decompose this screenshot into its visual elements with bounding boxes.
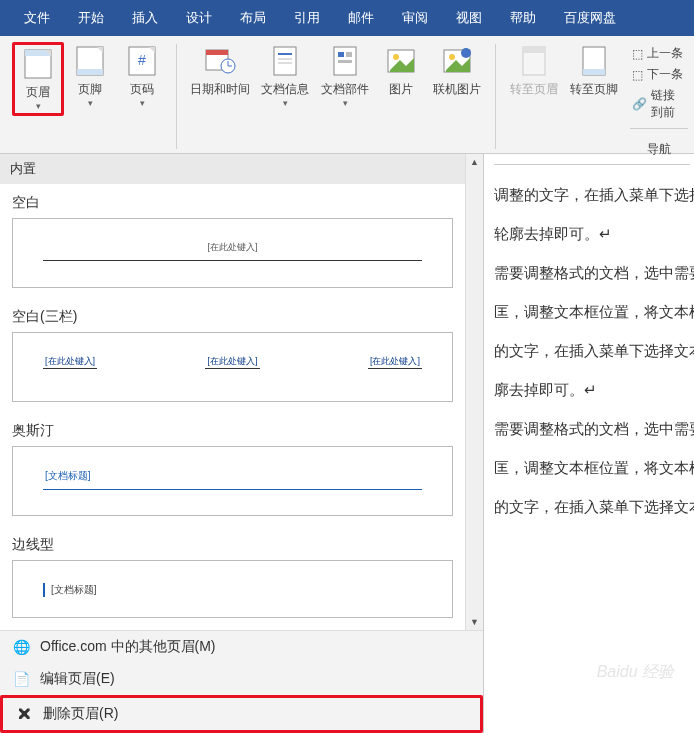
menu-mailings[interactable]: 邮件 (334, 0, 388, 36)
menubar: 文件 开始 插入 设计 布局 引用 邮件 审阅 视图 帮助 百度网盘 (0, 0, 694, 36)
svg-point-26 (449, 54, 455, 60)
chevron-down-icon: ▾ (88, 98, 93, 108)
pagenum-button[interactable]: # 页码 ▾ (116, 42, 168, 116)
style-name-edge: 边线型 (0, 526, 465, 556)
svg-rect-30 (523, 47, 545, 53)
doc-text: 调整的文字，在插入菜单下选择 (494, 175, 690, 214)
menu-design[interactable]: 设计 (172, 0, 226, 36)
edit-header-icon: 📄 (12, 670, 30, 688)
docinfo-icon (268, 44, 302, 78)
menu-review[interactable]: 审阅 (388, 0, 442, 36)
goto-footer-icon (577, 44, 611, 78)
ribbon: 页眉 ▾ 页脚 ▾ # 页码 ▾ 日期和时间 文档信息 (0, 36, 694, 154)
calendar-icon (203, 44, 237, 78)
chevron-down-icon: ▾ (36, 101, 41, 111)
scroll-down-icon[interactable]: ▼ (467, 614, 482, 630)
menu-baidu[interactable]: 百度网盘 (550, 0, 630, 36)
onlinepic-button[interactable]: 联机图片 (427, 42, 487, 110)
doc-text: 的文字，在插入菜单下选择文本 (494, 487, 690, 526)
link-icon: 🔗 (632, 97, 647, 111)
next-button[interactable]: ⬚下一条 (630, 65, 688, 84)
doc-text: 轮廓去掉即可。↵ (494, 214, 690, 253)
chevron-down-icon: ▾ (283, 98, 288, 108)
next-icon: ⬚ (632, 68, 643, 82)
docparts-icon (328, 44, 362, 78)
globe-icon: 🌐 (12, 638, 30, 656)
svg-rect-4 (77, 69, 103, 75)
menu-view[interactable]: 视图 (442, 0, 496, 36)
chevron-down-icon: ▾ (343, 98, 348, 108)
menu-insert[interactable]: 插入 (118, 0, 172, 36)
pagenum-icon: # (125, 44, 159, 78)
menu-help[interactable]: 帮助 (496, 0, 550, 36)
style-name-blank: 空白 (0, 184, 465, 214)
footer-icon (73, 44, 107, 78)
style-preview-edge[interactable]: [文档标题] (12, 560, 453, 618)
remove-header-icon: 🗙 (15, 705, 33, 723)
picture-button[interactable]: 图片 (375, 42, 427, 110)
svg-text:#: # (138, 52, 146, 68)
svg-rect-21 (338, 60, 352, 63)
svg-rect-32 (583, 69, 605, 75)
svg-rect-20 (346, 52, 352, 57)
menu-file[interactable]: 文件 (10, 0, 64, 36)
svg-rect-14 (274, 47, 296, 75)
menu-layout[interactable]: 布局 (226, 0, 280, 36)
onlinepic-icon (440, 44, 474, 78)
svg-rect-10 (206, 50, 228, 55)
goto-header-icon (517, 44, 551, 78)
doc-text: 需要调整格式的文档，选中需要 (494, 409, 690, 448)
doc-text: 匡，调整文本框位置，将文本框 (494, 292, 690, 331)
header-button[interactable]: 页眉 ▾ (12, 42, 64, 116)
gallery-section-builtin: 内置 (0, 154, 465, 184)
doc-text: 匡，调整文本框位置，将文本框 (494, 448, 690, 487)
menu-edit-header[interactable]: 📄 编辑页眉(E) (0, 663, 483, 695)
watermark: Baidu 经验 (597, 651, 674, 693)
goto-header-button: 转至页眉 (504, 42, 564, 98)
doc-text: 需要调整格式的文档，选中需要 (494, 253, 690, 292)
style-name-austin: 奥斯汀 (0, 412, 465, 442)
chevron-down-icon: ▾ (140, 98, 145, 108)
svg-point-23 (393, 54, 399, 60)
doc-text: 廓去掉即可。↵ (494, 370, 690, 409)
header-gallery-dropdown: 内置 空白 [在此处键入] 空白(三栏) [在此处键入] [在此处键入] [在此… (0, 154, 484, 733)
link-prev-button[interactable]: 🔗链接到前 (630, 86, 688, 122)
docparts-button[interactable]: 文档部件 ▾ (315, 42, 375, 110)
document-body: 调整的文字，在插入菜单下选择 轮廓去掉即可。↵ 需要调整格式的文档，选中需要 匡… (484, 154, 694, 733)
picture-icon (384, 44, 418, 78)
goto-footer-button[interactable]: 转至页脚 (564, 42, 624, 98)
header-icon (21, 47, 55, 81)
footer-button[interactable]: 页脚 ▾ (64, 42, 116, 116)
menu-references[interactable]: 引用 (280, 0, 334, 36)
svg-point-28 (461, 48, 471, 58)
menu-remove-header[interactable]: 🗙 删除页眉(R) (0, 695, 483, 733)
scroll-up-icon[interactable]: ▲ (467, 154, 482, 170)
prev-button[interactable]: ⬚上一条 (630, 44, 688, 63)
docinfo-button[interactable]: 文档信息 ▾ (255, 42, 315, 110)
style-preview-blank3[interactable]: [在此处键入] [在此处键入] [在此处键入] (12, 332, 453, 402)
datetime-button[interactable]: 日期和时间 (185, 42, 255, 110)
doc-text: 的文字，在插入菜单下选择文本 (494, 331, 690, 370)
style-name-blank3: 空白(三栏) (0, 298, 465, 328)
menu-home[interactable]: 开始 (64, 0, 118, 36)
menu-more-office[interactable]: 🌐 Office.com 中的其他页眉(M) (0, 631, 483, 663)
style-preview-blank[interactable]: [在此处键入] (12, 218, 453, 288)
gallery-scrollbar[interactable]: ▲ ▼ (465, 154, 483, 630)
svg-rect-19 (338, 52, 344, 57)
style-preview-austin[interactable]: [文档标题] (12, 446, 453, 516)
prev-icon: ⬚ (632, 47, 643, 61)
